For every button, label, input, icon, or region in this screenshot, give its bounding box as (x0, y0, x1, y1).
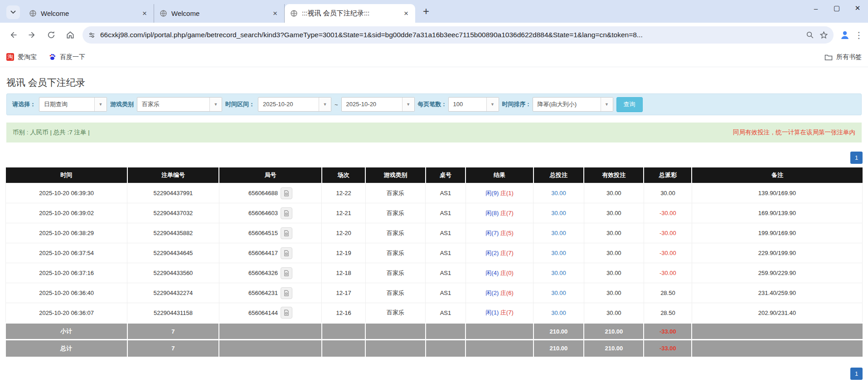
cell-round: 656064688 (219, 183, 322, 203)
new-tab-button[interactable]: + (420, 5, 432, 18)
all-bookmarks-button[interactable]: 所有书签 (824, 53, 862, 61)
browser-menu-button[interactable]: ⋮ (853, 30, 864, 40)
col-header-game-type: 游戏类别 (365, 167, 425, 183)
avatar-icon (839, 29, 850, 40)
home-button[interactable] (62, 26, 79, 44)
tab-bet-records[interactable]: :::视讯 会员下注纪录::: × (285, 4, 415, 23)
select-label: 请选择： (12, 100, 36, 108)
tab-close-icon[interactable]: × (140, 9, 149, 18)
bookmark-star-button[interactable] (820, 31, 828, 39)
page-size-label: 每页笔数 : (418, 100, 445, 108)
back-button[interactable] (5, 26, 22, 44)
cell-session: 12-16 (322, 303, 365, 323)
cell-bet-id: 522904434645 (127, 243, 219, 263)
cell-payout: -30.00 (644, 223, 692, 243)
cell-result: 闲(9) 庄(1) (466, 183, 533, 203)
date-from-select[interactable]: 2025-10-20 ▼ (258, 97, 331, 112)
total-bet-link[interactable]: 30.00 (551, 290, 566, 296)
video-replay-icon[interactable] (281, 207, 292, 219)
cell-round: 656064417 (219, 243, 322, 263)
cell-valid-bet: 30.00 (584, 183, 644, 203)
bottom-pagination: 1 (5, 368, 863, 380)
cell-result: 闲(2) 庄(6) (466, 283, 533, 303)
summary-notice: 同局有效投注，统一计算在该局第一张注单内 (733, 128, 855, 137)
address-bar[interactable]: 66cxkj98.com/ipl/portal.php/game/betreco… (82, 26, 834, 44)
cell-valid-bet: 30.00 (584, 283, 644, 303)
total-bet-link[interactable]: 30.00 (551, 190, 566, 196)
cell-game-type: 百家乐 (365, 183, 425, 203)
cell-time: 2025-10-20 06:38:29 (6, 223, 127, 243)
tab-close-icon[interactable]: × (402, 9, 411, 18)
video-replay-icon[interactable] (281, 227, 292, 239)
total-bet-link[interactable]: 30.00 (551, 309, 566, 316)
total-bet-link[interactable]: 30.00 (551, 270, 566, 276)
cell-result: 闲(4) 庄(0) (466, 263, 533, 283)
page-1-button[interactable]: 1 (850, 152, 863, 164)
total-total-bet: 210.00 (533, 340, 584, 357)
game-type-select[interactable]: 百家乐 ▼ (137, 97, 222, 112)
cell-valid-bet: 30.00 (584, 223, 644, 243)
video-replay-icon[interactable] (281, 247, 292, 259)
page-size-select[interactable]: 100 ▼ (448, 97, 499, 112)
cell-game-type: 百家乐 (365, 243, 425, 263)
zoom-button[interactable] (806, 31, 814, 39)
sort-select[interactable]: 降幂(由大到小) ▼ (533, 97, 613, 112)
sort-label: 时间排序 : (502, 100, 529, 108)
video-replay-icon[interactable] (281, 187, 292, 199)
cell-remark: 259.90/229.90 (692, 263, 862, 283)
tab-title: :::视讯 会员下注纪录::: (302, 9, 398, 18)
query-type-select[interactable]: 日期查询 ▼ (39, 97, 107, 112)
video-replay-icon[interactable] (281, 307, 292, 319)
total-bet-link[interactable]: 30.00 (551, 230, 566, 236)
col-header-valid-bet: 有效投注 (584, 167, 644, 183)
subtotal-total-bet: 210.00 (533, 323, 584, 340)
table-row: 2025-10-20 06:39:30 522904437991 6560646… (6, 183, 863, 203)
tab-search-button[interactable] (6, 5, 20, 19)
bookmark-taobao[interactable]: 淘 爱淘宝 (6, 53, 37, 61)
cell-session: 12-20 (322, 223, 365, 243)
col-header-session: 场次 (322, 167, 365, 183)
tab-title: Welcome (41, 10, 136, 17)
col-header-time: 时间 (6, 167, 127, 183)
subtotal-payout: -33.00 (644, 323, 692, 340)
search-button[interactable]: 查询 (616, 97, 643, 112)
page-title: 视讯 会员下注纪录 (6, 76, 868, 89)
site-info-button[interactable] (88, 31, 96, 39)
col-header-table: 桌号 (426, 167, 466, 183)
cell-total-bet: 30.00 (533, 263, 584, 283)
cell-bet-id: 522904431158 (127, 303, 219, 323)
window-controls: – ▢ ✕ (805, 0, 868, 16)
cell-table: AS1 (426, 303, 466, 323)
page-1-button[interactable]: 1 (850, 368, 863, 380)
cell-remark: 229.90/199.90 (692, 243, 862, 263)
globe-icon (160, 10, 167, 17)
total-bet-link[interactable]: 30.00 (551, 210, 566, 216)
tab-welcome-2[interactable]: Welcome × (154, 4, 285, 23)
cell-round: 656064603 (219, 203, 322, 223)
close-button[interactable]: ✕ (847, 0, 868, 16)
cell-bet-id: 522904432274 (127, 283, 219, 303)
table-row: 2025-10-20 06:39:02 522904437032 6560646… (6, 203, 863, 223)
tab-welcome-1[interactable]: Welcome × (24, 4, 154, 23)
date-to-select[interactable]: 2025-10-20 ▼ (341, 97, 415, 112)
forward-icon (28, 30, 37, 39)
cell-round: 656064326 (219, 263, 322, 283)
profile-button[interactable] (836, 26, 853, 44)
cell-table: AS1 (426, 183, 466, 203)
summary-bar: 币别 : 人民币 | 总共 :7 注单 | 同局有效投注，统一计算在该局第一张注… (6, 123, 862, 142)
reload-button[interactable] (43, 26, 60, 44)
video-replay-icon[interactable] (281, 267, 292, 279)
tab-close-icon[interactable]: × (271, 9, 280, 18)
forward-button[interactable] (24, 26, 41, 44)
video-replay-icon[interactable] (281, 287, 292, 299)
cell-valid-bet: 30.00 (584, 263, 644, 283)
cell-bet-id: 522904433560 (127, 263, 219, 283)
bookmark-label: 爱淘宝 (18, 53, 37, 61)
chevron-down-icon (10, 10, 16, 14)
cell-table: AS1 (426, 283, 466, 303)
minimize-button[interactable]: – (805, 0, 826, 16)
bookmark-baidu[interactable]: 百度一下 (48, 53, 85, 61)
maximize-button[interactable]: ▢ (826, 0, 847, 16)
site-info-tune-icon (88, 31, 96, 39)
total-bet-link[interactable]: 30.00 (551, 250, 566, 256)
